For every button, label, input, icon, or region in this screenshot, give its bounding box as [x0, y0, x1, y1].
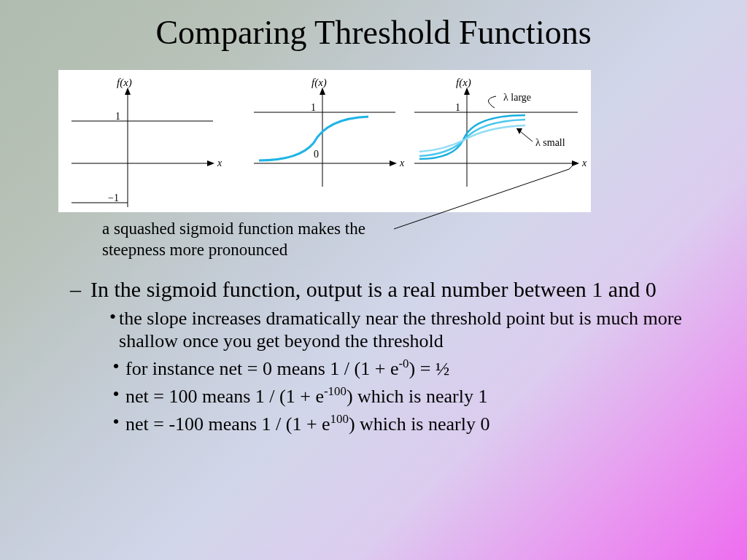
curve-large	[419, 115, 525, 159]
caption: a squashed sigmoid function makes the st…	[102, 219, 365, 261]
axis-label-x: x	[581, 158, 587, 168]
axis-label-x: x	[399, 158, 405, 168]
svg-marker-12	[464, 88, 470, 95]
svg-marker-17	[516, 128, 522, 134]
svg-marker-9	[390, 160, 397, 166]
axis-label-x: x	[217, 158, 222, 168]
tick-neg1: −1	[108, 192, 119, 203]
dot-icon: •	[107, 307, 119, 352]
bullet-3-text: for instance net = 0 means 1 / (1 + e-0)…	[125, 357, 449, 380]
bullet-5-text: net = -100 means 1 / (1 + e100) which is…	[125, 412, 489, 435]
svg-marker-7	[320, 88, 325, 95]
bullet-1-text: In the sigmoid function, output is a rea…	[90, 277, 657, 303]
bullet-2: • the slope increases dramatically near …	[107, 307, 703, 352]
bullet-4: • net = 100 means 1 / (1 + e-100) which …	[107, 384, 703, 408]
bullet-4-text: net = 100 means 1 / (1 + e-100) which is…	[125, 384, 487, 408]
curve-small	[419, 125, 525, 152]
bullet-5: • net = -100 means 1 / (1 + e100) which …	[107, 412, 703, 435]
slide: Comparing Threshold Functions f(x) x 1 −…	[0, 0, 747, 560]
annotation-lambda-small: λ small	[535, 137, 565, 148]
svg-marker-14	[572, 160, 579, 166]
page-title: Comparing Threshold Functions	[0, 13, 747, 52]
chart-lambda: f(x) x 1 λ large λ small	[409, 70, 591, 212]
axis-label-y: f(x)	[117, 77, 132, 89]
chart-step: f(x) x 1 −1	[58, 70, 226, 212]
bullet-2-text: the slope increases dramatically near th…	[119, 307, 703, 352]
body-text: – In the sigmoid function, output is a r…	[66, 274, 703, 439]
annotation-lambda-large: λ large	[503, 92, 531, 103]
caption-line1: a squashed sigmoid function makes the	[102, 219, 365, 238]
bullet-3: • for instance net = 0 means 1 / (1 + e-…	[107, 357, 703, 380]
bullet-1: – In the sigmoid function, output is a r…	[66, 277, 703, 303]
dot-icon: •	[107, 412, 125, 435]
charts-panel: f(x) x 1 −1 f(x) x 1 0 f(x)	[58, 70, 591, 212]
tick-1: 1	[455, 102, 460, 113]
dash-icon: –	[66, 277, 90, 303]
svg-marker-1	[125, 88, 131, 95]
caption-line2: steepness more pronounced	[102, 241, 287, 259]
svg-marker-3	[207, 160, 214, 166]
tick-0: 0	[314, 149, 319, 160]
axis-label-y: f(x)	[456, 77, 471, 89]
axis-label-y: f(x)	[311, 77, 327, 89]
tick-1: 1	[311, 102, 316, 113]
chart-sigmoid: f(x) x 1 0	[241, 70, 409, 212]
dot-icon: •	[107, 357, 125, 380]
dot-icon: •	[107, 384, 125, 408]
tick-1: 1	[115, 111, 120, 122]
